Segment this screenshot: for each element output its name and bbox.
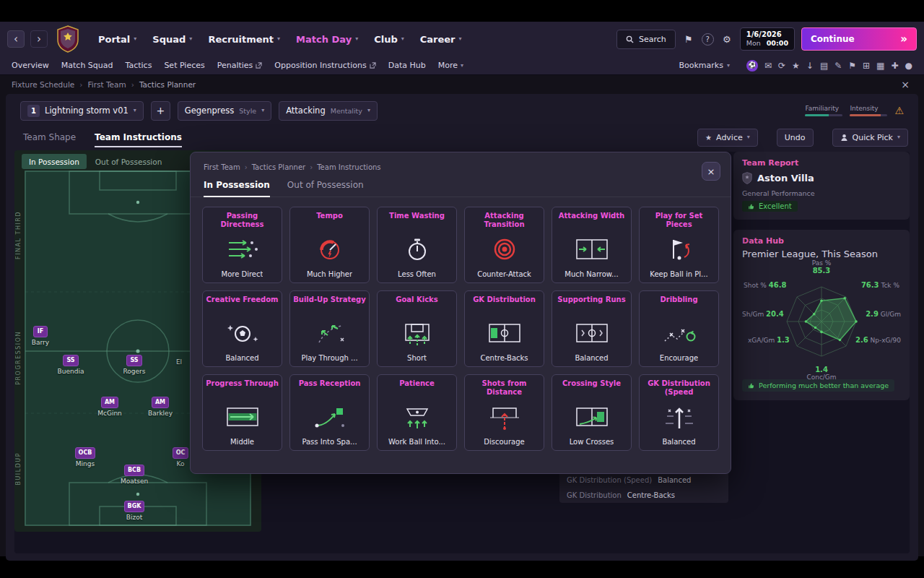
chevron-down-icon: ▾ [459, 36, 462, 42]
team-report-title: Team Report [742, 158, 901, 168]
nav-portal[interactable]: Portal▾ [98, 34, 136, 45]
flag-icon[interactable]: ⚑ [848, 61, 856, 70]
nav-career[interactable]: Career▾ [420, 34, 462, 45]
player-token[interactable]: SS Buendia [45, 351, 96, 375]
card-attacking-width[interactable]: Attacking Width Much Narrow... [552, 207, 632, 283]
list-item[interactable]: GK Distribution (Speed) Balanced [559, 473, 728, 488]
chat-icon[interactable]: ⚽ [746, 60, 758, 72]
tab-team-instructions[interactable]: Team Instructions [95, 132, 182, 142]
player-name: Rogers [109, 368, 160, 375]
possession-tabs: In Possession Out of Possession [22, 154, 169, 169]
card-time-wasting[interactable]: Time Wasting Less Often [377, 207, 457, 283]
player-token[interactable]: AM McGinn [84, 393, 135, 417]
edit-icon[interactable]: ✎ [834, 61, 842, 70]
card-crossing-style[interactable]: Crossing Style Low Crosses [552, 374, 632, 451]
undo-button[interactable]: Undo [777, 129, 814, 147]
card-progress-through[interactable]: Progress Through Middle [202, 374, 282, 451]
player-token[interactable]: IF Barry [15, 322, 66, 346]
subnav-overview[interactable]: Overview [12, 61, 49, 70]
player-token[interactable]: BCB Moatsen [109, 461, 160, 485]
player-token[interactable]: BGK Bizot [109, 497, 160, 521]
refresh-icon[interactable]: ⟳ [778, 61, 785, 70]
subnav-opposition-instructions[interactable]: Opposition Instructions [274, 61, 375, 70]
dialog-crumb-first-team[interactable]: First Team [204, 163, 240, 171]
subnav-tactics[interactable]: Tactics [126, 61, 152, 70]
game-date[interactable]: 1/6/2026 Mon00:00 [740, 27, 795, 51]
dialog-crumb-tactics-planner[interactable]: Tactics Planner [240, 163, 306, 171]
card-tempo[interactable]: Tempo Much Higher [289, 207, 370, 283]
dialog-tab-out-of-possession[interactable]: Out of Possession [287, 180, 364, 197]
dialog-tab-in-possession[interactable]: In Possession [204, 180, 270, 197]
medical-icon[interactable]: ✚ [891, 61, 898, 70]
list-item[interactable]: GK Distribution Centre-Backs [559, 488, 728, 503]
trophy-icon[interactable]: ★ [792, 61, 800, 70]
news-icon[interactable]: ▤ [820, 61, 828, 70]
close-view-icon[interactable]: × [898, 79, 912, 90]
continue-button[interactable]: Continue » [801, 27, 917, 51]
download-icon[interactable]: ↓ [806, 61, 814, 70]
bookmarks-dropdown[interactable]: Bookmarks▾ [679, 61, 729, 70]
subnav-data-hub[interactable]: Data Hub [388, 61, 426, 70]
grid-icon[interactable]: ▦ [876, 61, 884, 70]
right-sidebar: Team Report Aston Villa General Performa… [733, 152, 910, 400]
nav-club[interactable]: Club▾ [374, 34, 404, 45]
back-button[interactable]: ‹ [7, 30, 25, 48]
calendar-icon[interactable]: ⊞ [863, 61, 870, 70]
card-shots-from-distance[interactable]: Shots from Distance Discourage [464, 374, 544, 451]
forward-button[interactable]: › [30, 30, 48, 48]
player-token[interactable]: OCB Mings [60, 444, 110, 467]
subnav-match-squad[interactable]: Match Squad [61, 61, 113, 70]
data-hub-panel[interactable]: Data Hub Premier League, This Season [733, 230, 910, 400]
quick-pick-button[interactable]: Quick Pick ▾ [832, 129, 908, 147]
zone-buildup: BUILDUP [15, 452, 22, 486]
card-gk-distribution[interactable]: GK Distribution Centre-Backs [464, 290, 544, 367]
passing-directness-icon [223, 228, 262, 270]
stat-glgm: 2.9 Gl/Gm [866, 310, 901, 318]
intensity-warning-icon[interactable]: ⚠ [894, 105, 904, 116]
player-token[interactable]: SS Rogers [109, 351, 160, 375]
search-button[interactable]: Search [616, 30, 676, 49]
card-patience[interactable]: Patience Work Ball Into... [377, 374, 457, 451]
card-goal-kicks[interactable]: Goal Kicks Short [377, 290, 457, 367]
card-passing-directness[interactable]: Passing Directness More Direct [202, 207, 282, 283]
dialog-close-button[interactable]: × [702, 162, 720, 181]
settings-gear-icon[interactable]: ⚙ [720, 34, 733, 45]
tab-team-shape[interactable]: Team Shape [23, 132, 76, 142]
mail-icon[interactable]: ✉ [764, 61, 772, 70]
card-attacking-transition[interactable]: Attacking Transition Counter-Attack [464, 207, 544, 283]
card-build-up-strategy[interactable]: Build-Up Strategy Play Through ... [289, 290, 370, 367]
chevron-down-icon: ▾ [367, 108, 370, 113]
club-crest[interactable] [56, 25, 79, 53]
help-icon[interactable]: ? [702, 33, 714, 46]
pitch-tab-in-possession[interactable]: In Possession [22, 154, 87, 169]
bookmark-icon[interactable]: ⚑ [682, 34, 695, 45]
subnav-set-pieces[interactable]: Set Pieces [164, 61, 204, 70]
player-token[interactable]: AM Barkley [135, 393, 186, 417]
mentality-select[interactable]: Attacking Mentality ▾ [279, 101, 378, 121]
familiarity-meter: Familiarity [805, 105, 842, 116]
nav-squad[interactable]: Squad▾ [152, 34, 192, 45]
card-gk-distribution-speed[interactable]: GK Distribution (Speed Balanced [639, 374, 719, 451]
style-select[interactable]: Gegenpress Style ▾ [178, 101, 271, 121]
crumb-fixture-schedule[interactable]: Fixture Schedule [12, 80, 74, 89]
card-supporting-runs[interactable]: Supporting Runs Balanced [552, 290, 632, 367]
subnav-penalties[interactable]: Penalties [217, 61, 263, 70]
card-creative-freedom[interactable]: Creative Freedom Balanced [202, 290, 282, 367]
card-dribbling[interactable]: Dribbling Encourage [639, 290, 719, 367]
stat-npxg: 2.6 Np-xG/90 [855, 336, 901, 344]
crumb-first-team[interactable]: First Team [74, 80, 126, 89]
nav-match-day[interactable]: Match Day▾ [296, 34, 358, 45]
status-icon[interactable]: ● [905, 61, 912, 70]
quick-icons: ⚽ ✉ ⟳ ★ ↓ ▤ ✎ ⚑ ⊞ ▦ ✚ ● [746, 60, 912, 72]
card-pass-reception[interactable]: Pass Reception Pass Into Spa... [289, 374, 370, 451]
chevron-down-icon: ▾ [727, 63, 730, 69]
advice-button[interactable]: ★ Advice ▾ [697, 129, 758, 147]
pitch-tab-out-of-possession[interactable]: Out of Possession [88, 154, 170, 169]
tactic-select[interactable]: 1 Lightning storm v01 ▾ [20, 101, 144, 121]
position-badge: BCB [124, 465, 144, 476]
team-report-panel[interactable]: Team Report Aston Villa General Performa… [733, 152, 910, 220]
subnav-more[interactable]: More▾ [438, 61, 463, 70]
add-tactic-button[interactable]: + [151, 101, 170, 121]
card-play-for-set-pieces[interactable]: Play for Set Pieces Keep Ball in Pl... [639, 207, 719, 283]
nav-recruitment[interactable]: Recruitment▾ [208, 34, 280, 45]
